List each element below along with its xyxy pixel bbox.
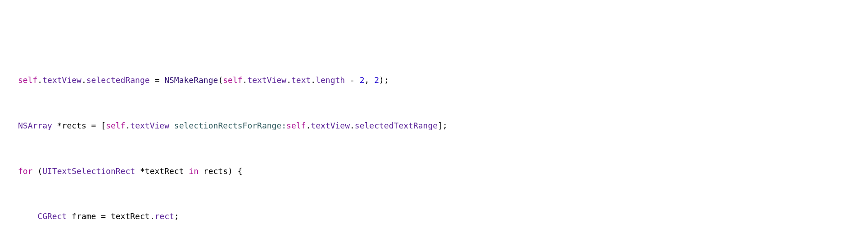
token-indent [18, 211, 37, 221]
token-paren: ( [218, 75, 223, 85]
token-star: * [52, 121, 62, 130]
token-paren: ) { [228, 166, 243, 176]
token-identifier: rects [62, 121, 86, 130]
token-dot: . [306, 121, 311, 130]
token-keyword: for [18, 166, 33, 176]
blank-line [18, 236, 850, 238]
token-property: textView [130, 121, 169, 130]
token-dot: . [37, 75, 42, 85]
blank-line [18, 145, 850, 151]
code-block: self.textView.selectedRange = NSMakeRang… [18, 61, 850, 238]
token-property: selectedTextRange [355, 121, 438, 130]
token-keyword: in [184, 166, 203, 176]
token-property: textView [42, 75, 81, 85]
token-dot: . [81, 75, 86, 85]
token-self: self [106, 121, 125, 130]
token-semi: ; [174, 211, 179, 221]
token-property: textView [247, 75, 286, 85]
token-property: text [291, 75, 311, 85]
token-paren: ( [33, 166, 43, 176]
token-self: self [223, 75, 242, 85]
token-method: selectionRectsForRange: [174, 121, 286, 130]
token-comma: , [365, 75, 375, 85]
token-function: NSMakeRange [164, 75, 218, 85]
token-dot: . [243, 75, 248, 85]
token-dot: . [286, 75, 291, 85]
token-type: CGRect [37, 211, 67, 221]
token-property: length [316, 75, 345, 85]
token-dot: . [311, 75, 316, 85]
token-identifier: textRect [145, 166, 184, 176]
token-property: rect [154, 211, 174, 221]
token-close: ]; [438, 121, 448, 130]
token-property: selectedRange [86, 75, 150, 85]
token-dot: . [150, 211, 155, 221]
token-eq: = [150, 75, 165, 85]
blank-line [18, 100, 850, 106]
token-eq: = [ [86, 121, 106, 130]
token-eq: = [96, 211, 111, 221]
token-dot: . [125, 121, 130, 130]
token-self: self [18, 75, 37, 85]
token-type: UITextSelectionRect [42, 166, 135, 176]
token-identifier: frame [72, 211, 96, 221]
token-identifier: textRect [111, 211, 150, 221]
token-number: 2 [360, 75, 365, 85]
code-line-3: for (UITextSelectionRect *textRect in re… [18, 165, 850, 178]
token-paren: ); [379, 75, 389, 85]
token-space [67, 211, 72, 221]
code-line-1: self.textView.selectedRange = NSMakeRang… [18, 74, 850, 87]
token-op: - [345, 75, 360, 85]
token-type: NSArray [18, 121, 52, 130]
token-identifier: rects [203, 166, 228, 176]
token-number: 2 [374, 75, 379, 85]
token-self: self [286, 121, 306, 130]
token-dot: . [350, 121, 355, 130]
code-line-2: NSArray *rects = [self.textView selectio… [18, 119, 850, 133]
code-line-4: CGRect frame = textRect.rect; [18, 210, 850, 223]
token-property: textView [311, 121, 350, 130]
blank-line [18, 191, 850, 197]
token-star: * [135, 166, 145, 176]
token-space [169, 121, 174, 130]
